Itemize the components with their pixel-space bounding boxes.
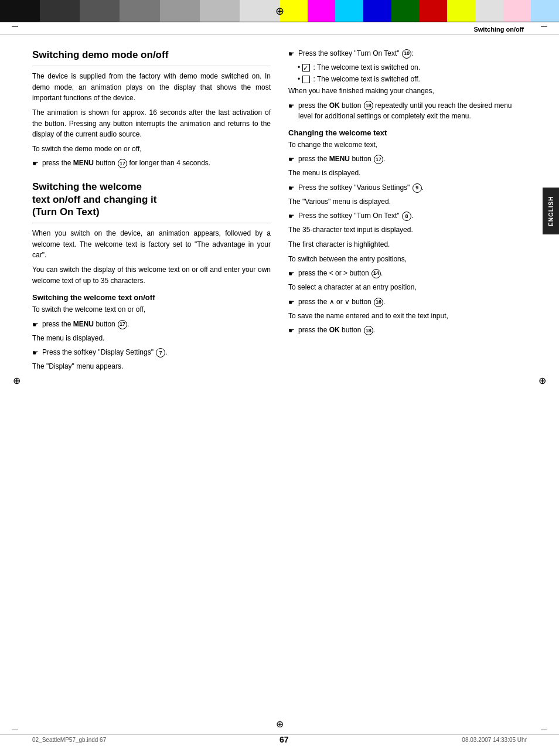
swatch-5: [160, 0, 200, 22]
subsection2-title: Changing the welcome text: [288, 128, 527, 137]
subsection1-bullet1-text: press the MENU button 17.: [42, 319, 271, 329]
dot-2: •: [298, 74, 300, 84]
section1-para2: The animation is shown for approx. 16 se…: [32, 107, 271, 140]
section2-title: Switching the welcometext on/off and cha…: [32, 181, 271, 218]
corner-mark-bl: —: [12, 726, 18, 733]
swatch-r3: [335, 0, 363, 22]
subsection2-para2: To switch between the entry positions,: [288, 254, 527, 265]
swatch-1: [0, 0, 40, 22]
arrow-icon-4: ☛: [288, 49, 295, 59]
arrow-icon-7: ☛: [288, 183, 295, 193]
subsection2-bullet3: ☛ Press the softkey "Turn On Text" 8.: [288, 210, 527, 222]
subsection2-line3-2: The first character is highlighted.: [288, 239, 527, 250]
dot-1: •: [298, 62, 300, 73]
page-title: Switching on/off: [473, 26, 524, 33]
crosshair-bottom: ⊕: [276, 718, 284, 730]
corner-mark-tl: —: [12, 22, 18, 29]
section2-para2: You can switch the display of this welco…: [32, 264, 271, 286]
arrow-icon-11: ☛: [288, 325, 295, 336]
swatch-r9: [503, 0, 531, 22]
subsection1-bullet2: ☛ Press the softkey "Display Settings" 7…: [32, 347, 271, 358]
divider-1: [32, 66, 271, 66]
subsection2-bullet4: ☛ press the < or > button 14.: [288, 268, 527, 279]
swatch-r4: [363, 0, 391, 22]
subsection2-bullet3-text: Press the softkey "Turn On Text" 8.: [298, 210, 527, 221]
subsection2-bullet2: ☛ Press the softkey "Various Settings" 9…: [288, 182, 527, 193]
checkbox-empty-icon: [302, 76, 310, 83]
badge-17b: 17: [118, 320, 127, 329]
page-header: Switching on/off: [0, 22, 559, 35]
badge-18a: 18: [364, 101, 373, 110]
footer-left: 02_SeattleMP57_gb.indd 67: [32, 737, 106, 743]
section1-para3: To switch the demo mode on or off,: [32, 144, 271, 155]
swatch-r7: [447, 0, 475, 22]
sub-bullet-1: • : The welcome text is switched on.: [298, 62, 527, 73]
badge-16: 16: [374, 298, 383, 307]
crosshair-right: ⊕: [538, 375, 546, 386]
subsection2-bullet2-text: Press the softkey "Various Settings" 9.: [298, 182, 527, 193]
badge-14: 14: [371, 269, 381, 278]
color-bar-right: [280, 0, 559, 22]
subsection2-line2: The "Various" menu is displayed.: [288, 196, 527, 207]
section1-bullet1: ☛ press the MENU button 17 for longer th…: [32, 158, 271, 169]
section1-bullet1-text: press the MENU button 17 for longer than…: [42, 158, 271, 168]
subsection2-bullet6-text: press the OK button 18.: [298, 325, 527, 335]
subsection2-para3: To select a character at an entry positi…: [288, 282, 527, 293]
left-column: Switching demo mode on/off The device is…: [32, 39, 271, 376]
arrow-icon-3: ☛: [32, 348, 39, 358]
subsection1-para1: To switch the welcome text on or off,: [32, 304, 271, 315]
arrow-icon-1: ☛: [32, 158, 39, 169]
sub-bullet-2-text: : The welcome text is switched off.: [302, 74, 420, 84]
subsection2-line1: The menu is displayed.: [288, 168, 527, 179]
swatch-3: [80, 0, 120, 22]
right-bullet1-text: Press the softkey "Turn On Text" 10:: [298, 48, 527, 59]
subsection1-title: Switching the welcome text on/off: [32, 293, 271, 302]
section1-para1: The device is supplied from the factory …: [32, 71, 271, 104]
badge-17a: 17: [118, 159, 127, 168]
section1-title: Switching demo mode on/off: [32, 49, 271, 61]
corner-mark-tr: —: [541, 22, 547, 29]
badge-17c: 17: [374, 155, 383, 164]
crosshair-left: ⊕: [13, 375, 21, 386]
section2-para1: When you switch on the device, an animat…: [32, 228, 271, 261]
badge-10: 10: [402, 49, 411, 59]
right-bullet2-text: press the OK button 18 repeatedly until …: [298, 100, 527, 121]
swatch-r10: [531, 0, 559, 22]
page-number: 67: [280, 735, 289, 744]
subsection2-bullet1-text: press the MENU button 17.: [298, 154, 527, 164]
divider-2: [32, 223, 271, 223]
right-column: ☛ Press the softkey "Turn On Text" 10: •…: [288, 39, 527, 376]
swatch-r8: [475, 0, 503, 22]
swatch-r2: [308, 0, 336, 22]
subsection2-para4: To save the name entered and to exit the…: [288, 311, 527, 322]
page-footer: 02_SeattleMP57_gb.indd 67 67 08.03.2007 …: [0, 734, 559, 744]
arrow-icon-2: ☛: [32, 319, 39, 330]
subsection1-bullet1: ☛ press the MENU button 17.: [32, 319, 271, 330]
checkbox-checked-icon: [302, 64, 310, 71]
badge-8: 8: [402, 212, 411, 221]
main-content: Switching demo mode on/off The device is…: [0, 39, 559, 376]
swatch-6: [200, 0, 240, 22]
subsection2-bullet6: ☛ press the OK button 18.: [288, 325, 527, 336]
swatch-r5: [391, 0, 420, 22]
right-bullet2: ☛ press the OK button 18 repeatedly unti…: [288, 100, 527, 121]
swatch-2: [40, 0, 80, 22]
subsection2-bullet5-text: press the ∧ or ∨ button 16.: [298, 297, 527, 307]
subsection1-bullet2-text: Press the softkey "Display Settings" 7.: [42, 347, 271, 357]
badge-9: 9: [413, 183, 422, 193]
badge-7: 7: [156, 348, 165, 357]
swatch-4: [120, 0, 159, 22]
subsection2-bullet1: ☛ press the MENU button 17.: [288, 154, 527, 165]
subsection1-line2: The "Display" menu appears.: [32, 361, 271, 372]
sub-bullet-2: • : The welcome text is switched off.: [298, 74, 527, 84]
color-bar-left: [0, 0, 280, 22]
color-bar: ⊕: [0, 0, 559, 22]
subsection2-bullet4-text: press the < or > button 14.: [298, 268, 527, 278]
arrow-icon-9: ☛: [288, 268, 295, 279]
right-bullet1: ☛ Press the softkey "Turn On Text" 10:: [288, 48, 527, 59]
arrow-icon-8: ☛: [288, 211, 295, 222]
english-tab: ENGLISH: [543, 188, 559, 234]
swatch-r6: [420, 0, 448, 22]
corner-mark-br: —: [541, 726, 547, 733]
subsection2-para1: To change the welcome text,: [288, 139, 527, 151]
